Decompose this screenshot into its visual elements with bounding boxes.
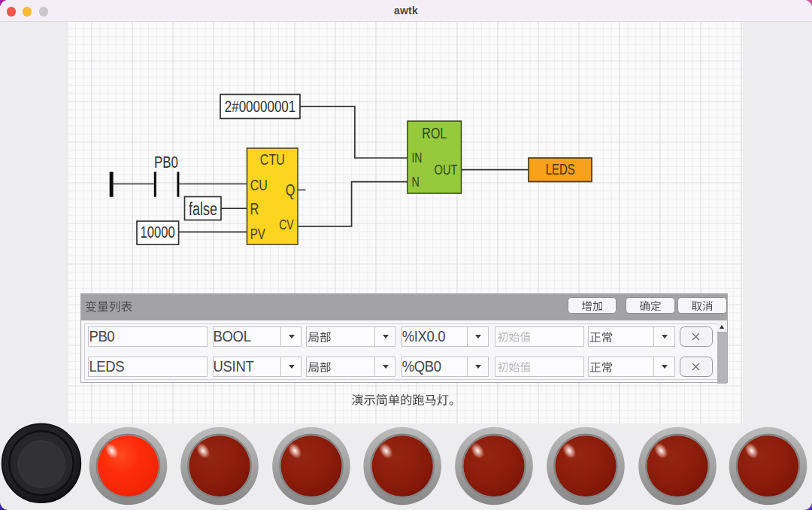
svg-text:ROL: ROL: [422, 124, 447, 142]
svg-text:CV: CV: [279, 217, 293, 232]
svg-text:LEDS: LEDS: [546, 161, 575, 178]
svg-text:PB0: PB0: [154, 152, 178, 171]
svg-text:Q: Q: [286, 181, 295, 199]
svg-text:OUT: OUT: [435, 162, 458, 178]
svg-text:CU: CU: [250, 176, 268, 194]
svg-text:10000: 10000: [141, 223, 175, 241]
svg-text:IN: IN: [411, 150, 422, 165]
svg-text:false: false: [189, 199, 217, 219]
svg-text:PV: PV: [250, 226, 265, 243]
svg-text:R: R: [250, 200, 259, 218]
svg-text:2#00000001: 2#00000001: [225, 97, 295, 116]
svg-text:N: N: [411, 175, 419, 190]
svg-text:CTU: CTU: [260, 150, 285, 168]
